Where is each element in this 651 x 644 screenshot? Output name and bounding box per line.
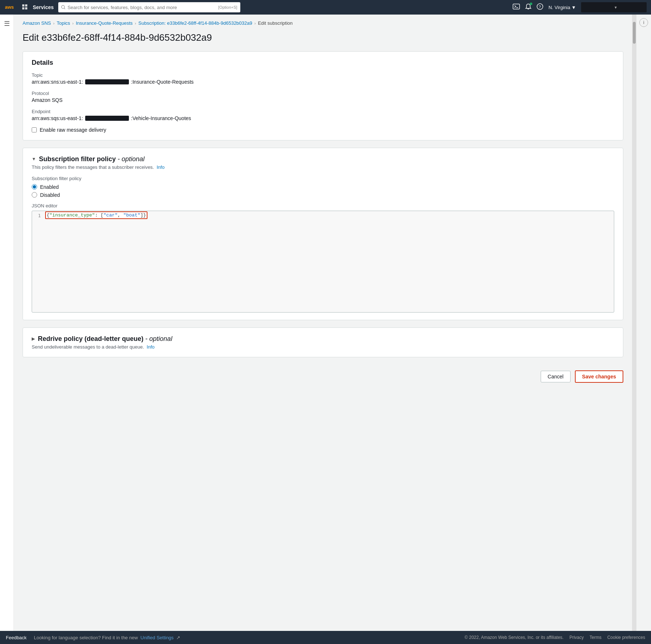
help-icon[interactable]: ?	[537, 3, 543, 11]
footer-right-links: © 2022, Amazon Web Services, Inc. or its…	[465, 635, 645, 640]
breadcrumb-separator-3: ›	[135, 21, 136, 25]
right-rail: i	[636, 15, 651, 631]
topic-account-id-redacted	[85, 79, 129, 84]
redrive-policy-info-link[interactable]: Info	[147, 344, 155, 350]
json-editor[interactable]: 1 {"insurance_type": ["car", "boat"]}	[32, 211, 614, 313]
details-card-title: Details	[32, 59, 614, 67]
filter-policy-enabled-radio[interactable]	[32, 184, 37, 190]
topic-arn-prefix: arn:aws:sns:us-east-1:	[32, 79, 83, 85]
filter-policy-radio-group: Subscription filter policy Enabled Disab…	[32, 176, 614, 198]
search-icon	[61, 5, 66, 10]
json-highlighted-content: {"insurance_type": ["car", "boat"]}	[45, 211, 147, 219]
cancel-button[interactable]: Cancel	[541, 371, 571, 382]
breadcrumb-separator-2: ›	[72, 21, 74, 25]
region-label: N. Virginia	[548, 5, 570, 10]
breadcrumb-current: Edit subscription	[258, 20, 292, 26]
region-selector[interactable]: N. Virginia ▼	[548, 5, 576, 10]
page-title: Edit e33b6fe2-68ff-4f14-884b-9d6532b032a…	[23, 32, 623, 44]
endpoint-field: Endpoint arn:aws:sqs:us-east-1: :Vehicle…	[32, 109, 614, 121]
raw-delivery-label[interactable]: Enable raw message delivery	[40, 127, 106, 133]
redrive-policy-header: ▶ Redrive policy (dead-letter queue) - o…	[32, 335, 614, 343]
filter-policy-disabled-radio[interactable]	[32, 192, 37, 198]
grid-icon[interactable]	[22, 4, 28, 11]
svg-text:?: ?	[539, 5, 541, 9]
redrive-policy-expand-toggle[interactable]: ▶	[32, 336, 35, 341]
sidebar-toggle-button[interactable]: ☰	[3, 18, 11, 29]
endpoint-arn-suffix: :Vehicle-Insurance-Quotes	[131, 115, 191, 121]
filter-policy-header: ▼ Subscription filter policy - optional	[32, 155, 614, 163]
filter-policy-enabled-option: Enabled	[32, 184, 614, 190]
terminal-icon[interactable]	[513, 4, 520, 11]
breadcrumb-subscription[interactable]: Subscription: e33b6fe2-68ff-4f14-884b-9d…	[138, 20, 252, 26]
filter-policy-info-link[interactable]: Info	[157, 164, 165, 170]
info-icon: i	[643, 20, 644, 25]
filter-policy-enabled-label[interactable]: Enabled	[40, 184, 59, 190]
services-nav-button[interactable]: Services	[33, 4, 54, 10]
raw-delivery-checkbox[interactable]	[32, 127, 37, 132]
raw-delivery-row: Enable raw message delivery	[32, 127, 614, 133]
redrive-policy-title: Redrive policy (dead-letter queue) - opt…	[38, 335, 172, 343]
filter-policy-disabled-option: Disabled	[32, 192, 614, 198]
notifications-icon[interactable]	[525, 3, 532, 11]
breadcrumb-topic-name[interactable]: Insurance-Quote-Requests	[76, 20, 133, 26]
footer: Feedback Looking for language selection?…	[0, 631, 651, 644]
details-card: Details Topic arn:aws:sns:us-east-1: :In…	[23, 51, 623, 140]
protocol-label: Protocol	[32, 91, 614, 96]
endpoint-arn-prefix: arn:aws:sqs:us-east-1:	[32, 115, 83, 121]
svg-point-5	[61, 5, 64, 8]
account-menu[interactable]: ▼	[581, 2, 647, 12]
scrollbar[interactable]	[632, 15, 636, 631]
topic-label: Topic	[32, 72, 614, 78]
svg-rect-2	[25, 4, 27, 7]
nav-right-section: ? N. Virginia ▼ ▼	[513, 2, 647, 12]
endpoint-value: arn:aws:sqs:us-east-1: :Vehicle-Insuranc…	[32, 115, 614, 121]
filter-policy-title: Subscription filter policy - optional	[39, 155, 145, 163]
footer-terms-link[interactable]: Terms	[589, 635, 601, 640]
scrollbar-thumb[interactable]	[633, 22, 636, 44]
page-layout: ☰ Amazon SNS › Topics › Insurance-Quote-…	[0, 15, 651, 631]
save-changes-button[interactable]: Save changes	[575, 370, 623, 383]
filter-policy-collapse-toggle[interactable]: ▼	[32, 156, 36, 162]
redrive-policy-optional: - optional	[143, 335, 172, 342]
protocol-field: Protocol Amazon SQS	[32, 91, 614, 103]
breadcrumb-separator-4: ›	[255, 21, 256, 25]
footer-copyright: © 2022, Amazon Web Services, Inc. or its…	[465, 635, 564, 640]
aws-logo[interactable]: aws	[4, 3, 17, 12]
svg-rect-1	[22, 4, 24, 7]
sidebar: ☰	[0, 15, 14, 631]
breadcrumb: Amazon SNS › Topics › Insurance-Quote-Re…	[23, 20, 623, 26]
svg-rect-4	[25, 7, 27, 9]
redrive-policy-card: ▶ Redrive policy (dead-letter queue) - o…	[23, 327, 623, 357]
feedback-button[interactable]: Feedback	[6, 635, 27, 640]
footer-cookie-link[interactable]: Cookie preferences	[607, 635, 645, 640]
filter-policy-radio-label: Subscription filter policy	[32, 176, 614, 181]
search-bar[interactable]: [Option+S]	[58, 2, 240, 12]
svg-rect-3	[22, 7, 24, 9]
filter-policy-disabled-label[interactable]: Disabled	[40, 192, 60, 198]
breadcrumb-separator-1: ›	[53, 21, 55, 25]
search-shortcut: [Option+S]	[218, 5, 237, 9]
topic-field: Topic arn:aws:sns:us-east-1: :Insurance-…	[32, 72, 614, 85]
unified-settings-link[interactable]: Unified Settings	[141, 635, 174, 640]
redrive-policy-description: Send undeliverable messages to a dead-le…	[32, 344, 614, 350]
notification-dot	[530, 3, 532, 5]
main-content: Amazon SNS › Topics › Insurance-Quote-Re…	[14, 15, 632, 631]
filter-policy-optional: - optional	[116, 155, 145, 163]
footer-privacy-link[interactable]: Privacy	[569, 635, 584, 640]
breadcrumb-amazon-sns[interactable]: Amazon SNS	[23, 20, 51, 26]
page-info-button[interactable]: i	[639, 18, 648, 27]
svg-line-6	[64, 8, 65, 9]
topic-value: arn:aws:sns:us-east-1: :Insurance-Quote-…	[32, 79, 614, 85]
filter-policy-card: ▼ Subscription filter policy - optional …	[23, 148, 623, 320]
protocol-value: Amazon SQS	[32, 97, 614, 103]
json-editor-line-1: 1 {"insurance_type": ["car", "boat"]}	[32, 211, 614, 220]
breadcrumb-topics[interactable]: Topics	[57, 20, 70, 26]
endpoint-account-id-redacted	[85, 116, 129, 121]
topic-arn-suffix: :Insurance-Quote-Requests	[131, 79, 194, 85]
line-number-1: 1	[32, 212, 45, 218]
top-navigation: aws Services [Option+S]	[0, 0, 651, 15]
json-line-1-content: {"insurance_type": ["car", "boat"]}	[45, 212, 614, 218]
footer-unified-text: Looking for language selection? Find it …	[34, 635, 465, 640]
search-input[interactable]	[67, 5, 216, 10]
region-chevron: ▼	[571, 5, 576, 10]
